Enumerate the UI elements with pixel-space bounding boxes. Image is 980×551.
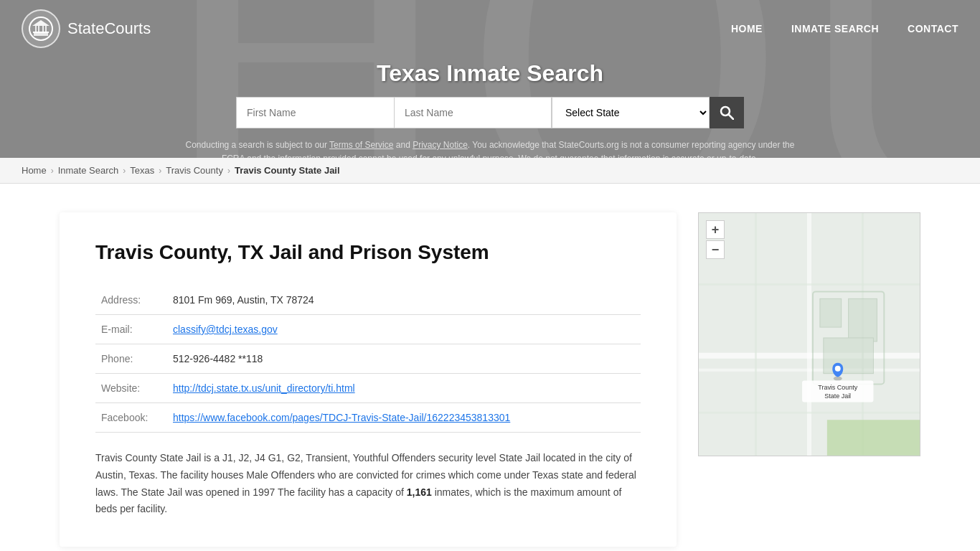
website-link[interactable]: http://tdcj.state.tx.us/unit_directory/t… — [173, 382, 355, 394]
description-capacity: 1,161 — [407, 486, 432, 498]
breadcrumb-home[interactable]: Home — [22, 165, 47, 176]
svg-point-24 — [835, 366, 841, 372]
table-row: Facebook: https://www.facebook.com/pages… — [95, 403, 641, 433]
breadcrumb-sep-2: › — [123, 166, 126, 176]
map-container: Travis County State Jail + − — [698, 212, 920, 456]
breadcrumb-state[interactable]: Texas — [130, 165, 154, 176]
map-section: Travis County State Jail + − — [698, 212, 920, 456]
table-row: Website: http://tdcj.state.tx.us/unit_di… — [95, 374, 641, 403]
email-link[interactable]: classify@tdcj.texas.gov — [173, 324, 278, 335]
nav-contact[interactable]: CONTACT — [908, 23, 958, 34]
svg-marker-6 — [32, 20, 50, 26]
map-zoom-out[interactable]: − — [706, 240, 725, 259]
header: StateCourts HOME INMATE SEARCH CONTACT T… — [0, 0, 980, 158]
first-name-input[interactable] — [236, 97, 394, 128]
svg-rect-22 — [827, 420, 920, 456]
privacy-link[interactable]: Privacy Notice — [413, 140, 468, 150]
nav-bar: StateCourts HOME INMATE SEARCH CONTACT — [0, 0, 980, 57]
table-row: Address: 8101 Fm 969, Austin, TX 78724 — [95, 286, 641, 315]
logo[interactable]: StateCourts — [22, 9, 151, 48]
search-icon — [720, 105, 734, 120]
breadcrumb-county[interactable]: Travis County — [166, 165, 223, 176]
svg-rect-21 — [824, 338, 874, 374]
logo-icon — [22, 9, 60, 48]
email-value: classify@tdcj.texas.gov — [167, 315, 641, 344]
website-label: Website: — [95, 374, 167, 403]
facebook-label: Facebook: — [95, 403, 167, 433]
website-value: http://tdcj.state.tx.us/unit_directory/t… — [167, 374, 641, 403]
map-controls: + − — [706, 220, 725, 259]
phone-label: Phone: — [95, 344, 167, 374]
breadcrumb-sep-4: › — [227, 166, 230, 176]
facebook-link[interactable]: https://www.facebook.com/pages/TDCJ-Trav… — [173, 412, 510, 423]
svg-text:State Jail: State Jail — [824, 392, 851, 400]
search-button[interactable] — [710, 97, 744, 128]
svg-rect-5 — [45, 26, 47, 32]
facility-title: Travis County, TX Jail and Prison System — [95, 241, 641, 264]
state-select[interactable]: Select StateAlabamaAlaskaArizonaArkansas… — [552, 97, 710, 128]
map-svg: Travis County State Jail — [699, 213, 920, 456]
svg-line-9 — [729, 115, 733, 119]
email-label: E-mail: — [95, 315, 167, 344]
svg-rect-4 — [42, 26, 44, 32]
nav-home[interactable]: HOME — [731, 23, 763, 34]
map-zoom-in[interactable]: + — [706, 220, 725, 239]
phone-value: 512-926-4482 **118 — [167, 344, 641, 374]
breadcrumb-sep-3: › — [159, 166, 161, 176]
info-section: Travis County, TX Jail and Prison System… — [95, 241, 641, 518]
table-row: E-mail: classify@tdcj.texas.gov — [95, 315, 641, 344]
svg-text:Travis County: Travis County — [818, 384, 857, 391]
info-card: Travis County, TX Jail and Prison System… — [60, 212, 677, 547]
info-table: Address: 8101 Fm 969, Austin, TX 78724 E… — [95, 286, 641, 433]
last-name-input[interactable] — [394, 97, 552, 128]
logo-text: StateCourts — [67, 19, 151, 38]
svg-rect-20 — [849, 298, 877, 342]
disclaimer: Conducting a search is subject to our Te… — [167, 138, 813, 158]
facebook-value: https://www.facebook.com/pages/TDCJ-Trav… — [167, 403, 641, 433]
main-content: Travis County, TX Jail and Prison System… — [38, 184, 942, 551]
svg-rect-19 — [820, 298, 842, 327]
address-value: 8101 Fm 969, Austin, TX 78724 — [167, 286, 641, 315]
page-title: Texas Inmate Search — [377, 60, 603, 87]
nav-inmate-search[interactable]: INMATE SEARCH — [791, 23, 879, 34]
svg-rect-2 — [35, 26, 37, 32]
breadcrumb-sep-1: › — [51, 166, 54, 176]
search-bar: Select StateAlabamaAlaskaArizonaArkansas… — [236, 97, 744, 128]
tos-link[interactable]: Terms of Service — [329, 140, 393, 150]
address-label: Address: — [95, 286, 167, 315]
breadcrumb: Home › Inmate Search › Texas › Travis Co… — [0, 158, 980, 184]
nav-links: HOME INMATE SEARCH CONTACT — [731, 23, 958, 34]
breadcrumb-inmate-search[interactable]: Inmate Search — [58, 165, 119, 176]
svg-rect-3 — [38, 26, 39, 32]
courthouse-icon — [28, 16, 54, 42]
breadcrumb-current: Travis County State Jail — [235, 165, 340, 176]
description: Travis County State Jail is a J1, J2, J4… — [95, 450, 641, 518]
svg-rect-7 — [33, 32, 49, 33]
map-marker — [832, 363, 843, 381]
table-row: Phone: 512-926-4482 **118 — [95, 344, 641, 374]
